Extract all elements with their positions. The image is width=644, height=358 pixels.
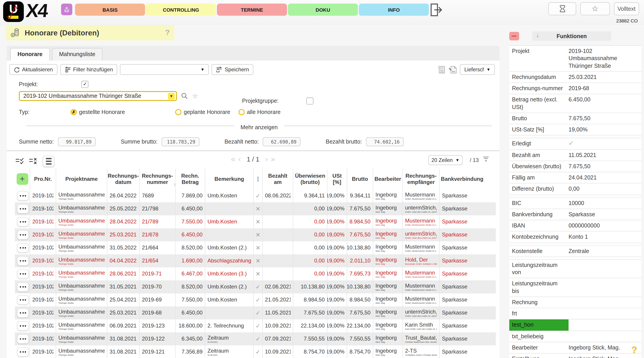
cell-empfaenger[interactable]: MustermannGmbH, Mustermacher Straße 24 A… (403, 280, 440, 293)
row-menu-button[interactable] (17, 191, 29, 200)
last-page-button[interactable]: » (271, 155, 275, 163)
nav-tab-controlling[interactable]: CONTROLLING (146, 3, 216, 16)
nav-tab-info[interactable]: INFO (359, 3, 429, 16)
saved-filter-select[interactable]: ▼ (120, 64, 209, 75)
cell-empfaenger[interactable]: MustermannGmbH, Mustermacher Straße 24 A… (403, 267, 440, 280)
tab-mahnungsliste[interactable]: Mahnungsliste (52, 48, 102, 61)
col-header-bearbeiter[interactable]: Bearbeiter (373, 169, 403, 189)
projekt-search-button[interactable] (181, 92, 188, 100)
fulltext-search-button[interactable]: Volltext (614, 2, 639, 15)
row-menu-button[interactable] (17, 269, 29, 279)
projekt-select[interactable]: 2019-102 Umbaumassnahme Thüringer Straße… (19, 91, 177, 101)
table-row[interactable]: 2019-102 UmbaumassnahmeThüringer Straße … (15, 293, 496, 306)
next-page-button[interactable]: › (265, 155, 268, 163)
row-menu-button[interactable] (17, 282, 29, 292)
row-menu-button[interactable] (17, 217, 29, 226)
sort-icon[interactable]: ∨ (173, 182, 176, 187)
col-header-ust[interactable]: USt [%] (328, 169, 347, 189)
table-row[interactable]: 2019-102 UmbaumassnahmeThüringer Straße … (15, 228, 496, 241)
col-header-rechnungsnummer[interactable]: Rechnungs- nummer∨ (140, 169, 176, 189)
table-row[interactable]: 2019-102 UmbaumassnahmeThüringer Straße … (15, 333, 496, 346)
cell-empfaenger[interactable]: Hold, DerBaumeister GmbH, Dorfplatz 2, 8… (403, 254, 440, 267)
cell-empfaenger[interactable]: MustermannGmbH, Mustermacher Straße 24 A… (403, 189, 440, 202)
radio-geplante-honorare[interactable] (175, 109, 182, 115)
logout-button[interactable] (430, 3, 443, 17)
radio-label-geplante[interactable]: geplante Honorare (184, 109, 230, 115)
tab-honorare[interactable]: Honorare (10, 48, 50, 61)
table-row[interactable]: 2019-102 UmbaumassnahmeThüringer Straße … (15, 215, 496, 228)
cell-empfaenger[interactable]: untermStrich,GmbH, Unter den Linden 10, … (403, 228, 440, 241)
cell-empfaenger[interactable]: MustermannGmbH, Mustermacher Straße 24 A… (403, 293, 440, 306)
col-header-status[interactable]: ⋮ (254, 169, 263, 189)
nav-tab-termine[interactable]: TERMINE (217, 3, 287, 16)
nav-tab-doku[interactable]: DOKU (288, 3, 358, 16)
table-row[interactable]: 2019-102 UmbaumassnahmeThüringer Straße … (15, 267, 496, 280)
cell-empfaenger[interactable]: untermStrich,GmbH, Unter den Linden 10, … (403, 202, 440, 215)
projektgruppe-checkbox[interactable] (306, 97, 314, 105)
col-header-bemerkung[interactable]: Bemerkung (205, 169, 254, 189)
projekt-favorite-button[interactable]: ☆ (192, 92, 198, 100)
row-menu-button[interactable] (17, 295, 29, 305)
prev-page-button[interactable]: ‹ (238, 155, 241, 163)
first-page-button[interactable]: « (231, 155, 235, 163)
app-menu-button[interactable] (61, 3, 72, 15)
row-menu-button[interactable] (17, 347, 29, 357)
detail-value: 24.04.2021 (566, 174, 641, 181)
table-row[interactable]: 2019-102 UmbaumassnahmeThüringer Straße … (15, 346, 496, 358)
table-row[interactable]: 2019-102 UmbaumassnahmeThüringer Straße … (15, 306, 496, 319)
col-header-projektname[interactable]: Projektname (56, 169, 107, 189)
rows-per-page-select[interactable]: 20 Zeilen ▼ (428, 155, 462, 165)
row-menu-button[interactable] (17, 321, 29, 331)
row-menu-button[interactable] (17, 230, 29, 240)
row-menu-button[interactable] (17, 256, 29, 266)
refresh-button[interactable]: Aktualisieren (10, 64, 57, 75)
radio-label-gestellte[interactable]: gestellte Honorare (79, 109, 125, 115)
row-menu-button[interactable] (17, 308, 29, 318)
collapse-sidebar-button[interactable] (509, 32, 519, 40)
row-menu-button[interactable] (17, 334, 29, 344)
caret-down-icon: ▼ (168, 93, 175, 99)
col-header-betrag[interactable]: Rechn. Betrag (176, 169, 205, 189)
column-filter-button[interactable] (483, 156, 490, 162)
table-row[interactable]: 2019-102 UmbaumassnahmeThüringer Straße … (15, 241, 496, 254)
cell-empfaenger[interactable]: MustermannGmbH, Mustermacher Straße 24 A… (403, 241, 440, 254)
col-header-brutto[interactable]: Brutto (347, 169, 373, 189)
cell-empfaenger[interactable]: Karin SmithKarin Smith, Unter den Linden… (403, 319, 440, 333)
save-filter-button[interactable]: Speichern (212, 64, 254, 75)
funktionen-button[interactable]: ↓ Funktionen (532, 31, 611, 41)
col-header-pronr[interactable]: Pro.Nr. (30, 169, 56, 189)
table-row[interactable]: 2019-102 UmbaumassnahmeThüringer Straße … (15, 189, 496, 202)
projekt-checkbox[interactable]: ✓ (82, 81, 89, 88)
table-row[interactable]: 2019-102 UmbaumassnahmeThüringer Straße … (15, 280, 496, 293)
nav-tab-basis[interactable]: BASIS (75, 3, 145, 16)
history-button[interactable] (548, 2, 576, 15)
add-invoice-button[interactable]: + (16, 173, 28, 185)
col-header-empfaenger[interactable]: Rechnungs- empfänger (403, 169, 440, 189)
col-header-bezahlt-am[interactable]: Bezahlt am (263, 169, 293, 189)
col-header-bankverbindung[interactable]: Bankverbindung (440, 169, 484, 189)
col-header-rechnungsdatum[interactable]: Rechnungs- datum (107, 169, 140, 189)
table-row[interactable]: 2019-102 UmbaumassnahmeThüringer Straße … (15, 254, 496, 267)
cell-empfaenger[interactable]: 2-TSArchitekten GmbH | Christian Musterm… (403, 346, 440, 358)
cell-empfaenger[interactable]: untermStrich,GmbH, Unter den Linden 10, … (403, 306, 440, 319)
radio-gestellte-honorare[interactable]: ✗ (70, 109, 77, 115)
table-row[interactable]: 2019-102 UmbaumassnahmeThüringer Straße … (15, 202, 496, 215)
row-menu-button[interactable] (17, 204, 29, 213)
cell-empfaenger[interactable]: Trust_Bautal,Christian Mustermann MSc, M… (403, 333, 440, 346)
row-actions-cell (15, 306, 30, 319)
table-row[interactable]: 2019-102 UmbaumassnahmeThüringer Straße … (15, 319, 496, 333)
print-template-select[interactable]: Lieferschi ▼ (460, 64, 495, 75)
page-indicator: 1 / 1 (247, 156, 259, 163)
export-csv-button[interactable]: CSV (438, 65, 446, 74)
show-more-link[interactable]: Mehr anzeigen (234, 124, 284, 131)
favorites-button[interactable]: ☆ (580, 2, 610, 15)
cell-empfaenger[interactable]: MustermannGmbH, Mustermacher Straße 24 A… (403, 215, 440, 228)
radio-alle-honorare[interactable] (238, 109, 244, 115)
row-menu-button[interactable] (17, 243, 29, 253)
corner-help-icon[interactable]: ? (632, 345, 637, 355)
col-header-ueberwiesen[interactable]: Überwiesen (brutto) (293, 169, 328, 189)
radio-label-alle[interactable]: alle Honorare (247, 109, 280, 115)
export-pdf-button[interactable] (449, 65, 457, 74)
add-filter-button[interactable]: Filter hinzufügen (60, 64, 117, 75)
page-help-icon[interactable]: ? (165, 28, 170, 37)
